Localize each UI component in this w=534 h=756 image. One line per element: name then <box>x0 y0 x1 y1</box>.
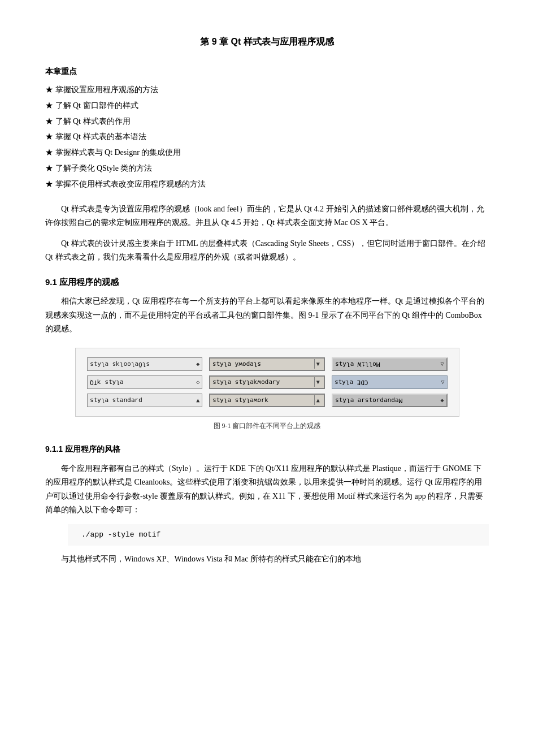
list-item: 了解 Qt 窗口部件的样式 <box>45 99 489 113</box>
chapter-highlights-label: 本章重点 <box>45 65 489 79</box>
combo-text: slȎɐloolʞs ɐlʎʇs <box>90 358 150 369</box>
code-text: ./app -style motif <box>81 530 160 539</box>
combo-motif: MolliW ɐlʎʇs ▽ <box>332 357 448 371</box>
combo-qtk: ɐlʎʇs ʞTQ ◇ <box>87 375 203 389</box>
page-title: 第 9 章 Qt 样式表与应用程序观感 <box>45 34 489 49</box>
subsection-9-1-1-heading: 9.1.1 应用程序的风格 <box>45 443 489 456</box>
combo-text: ʞɹowɐlʎʇs ɐlʎʇs <box>212 395 268 405</box>
combo-arrow-icon: ◇ <box>196 377 199 387</box>
intro-paragraph-1: Qt 样式表是专为设置应用程序的观感（look and feel）而生的，它是从… <box>45 202 489 230</box>
combo-arrow-icon: ▼ <box>314 359 322 369</box>
list-item: 掌握 Qt 样式表的基本语法 <box>45 130 489 144</box>
figure-caption: 图 9-1 窗口部件在不同平台上的观感 <box>45 420 489 431</box>
combo-arrow-icon: ▲ <box>196 395 199 405</box>
combo-text: Mɐpuɐpɹoʇsɹɐ ɐlʎʇs <box>335 395 402 405</box>
combo-text: MolliW ɐlʎʇs <box>335 358 380 369</box>
combobox-demo-grid: slȎɐloolʞs ɐlʎʇs ◆ slɐpowʎ ɐlʎʇs ▼ Molli… <box>75 348 459 417</box>
combo-text: slɐpowʎ ɐlʎʇs <box>212 358 261 369</box>
bullet-list: 掌握设置应用程序观感的方法 了解 Qt 窗口部件的样式 了解 Qt 样式表的作用… <box>45 83 489 191</box>
combo-windows: slɐpowʎ ɐlʎʇs ▼ <box>209 357 325 371</box>
combo-cleanlooks: slȎɐloolʞs ɐlʎʇs ◆ <box>87 357 203 371</box>
combo-cde: CDE ɐlʎʇs ▽ <box>332 375 448 389</box>
intro-paragraph-2: Qt 样式表的设计灵感主要来自于 HTML 的层叠样式表（Cascading S… <box>45 237 489 265</box>
combo-arrow-icon: ▲ <box>314 395 322 405</box>
list-item: 掌握设置应用程序观感的方法 <box>45 83 489 97</box>
combo-macintosh: Mɐpuɐpɹoʇsɹɐ ɐlʎʇs ◆ <box>332 394 448 407</box>
combo-arrow-icon: ▽ <box>440 359 444 369</box>
combo-text: pɹɐpuɐʇs ɐlʎʇs <box>90 395 142 405</box>
combo-arrow-icon: ◆ <box>440 395 444 405</box>
combo-text: CDE ɐlʎʇs <box>335 377 368 387</box>
combo-gtk: ʞɹowɐlʎʇs ɐlʎʇs ▲ <box>209 394 325 407</box>
combo-arrow-icon: ▼ <box>314 377 322 387</box>
section-9-1-para-1: 相信大家已经发现，Qt 应用程序在每一个所支持的平台上都可以看起来像原生的本地程… <box>45 295 489 336</box>
code-block: ./app -style motif <box>68 524 489 546</box>
combo-text: ɐlʎʇs ʞTQ <box>90 377 124 387</box>
last-paragraph: 与其他样式不同，Windows XP、Windows Vista 和 Mac 所… <box>45 552 489 567</box>
combo-standard: pɹɐpuɐʇs ɐlʎʇs ▲ <box>87 394 203 407</box>
list-item: 了解子类化 QStyle 类的方法 <box>45 162 489 175</box>
subsection-para-1: 每个应用程序都有自己的样式（Style）。运行于 KDE 下的 Qt/X11 应… <box>45 462 489 517</box>
combo-arrow-icon: ▽ <box>441 377 444 387</box>
combo-text: ʎɹɐpowʞɐlʎʇs ɐlʎʇs <box>212 377 280 387</box>
list-item: 掌握样式表与 Qt Designr 的集成使用 <box>45 146 489 159</box>
chapter-intro-section: 本章重点 掌握设置应用程序观感的方法 了解 Qt 窗口部件的样式 了解 Qt 样… <box>45 65 489 191</box>
list-item: 掌握不使用样式表改变应用程序观感的方法 <box>45 178 489 191</box>
combo-arrow-icon: ◆ <box>196 359 199 369</box>
section-9-1-heading: 9.1 应用程序的观感 <box>45 275 489 290</box>
list-item: 了解 Qt 样式表的作用 <box>45 115 489 128</box>
combo-plastique: ʎɹɐpowʞɐlʎʇs ɐlʎʇs ▼ <box>209 375 325 389</box>
figure-9-1: slȎɐloolʞs ɐlʎʇs ◆ slɐpowʎ ɐlʎʇs ▼ Molli… <box>45 348 489 431</box>
